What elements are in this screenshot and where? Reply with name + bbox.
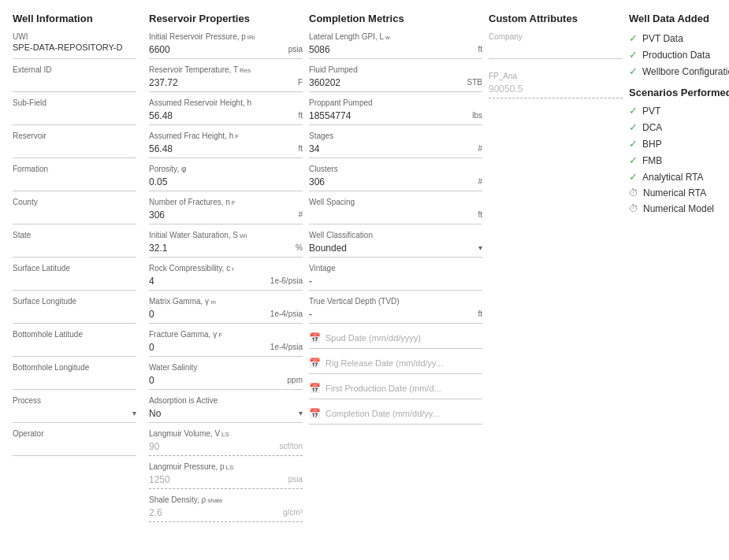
- well-spacing-unit: ft: [478, 210, 482, 219]
- bh-lon-label: Bottomhole Longitude: [13, 363, 136, 372]
- matrix-gamma-group: Matrix Gamma, γm 0 1e-4/psia: [149, 297, 303, 324]
- formation-label: Formation: [13, 165, 136, 173]
- company-group: Company: [489, 32, 623, 59]
- tvd-group: True Vertical Depth (TVD) - ft: [309, 297, 482, 324]
- reservoir-label: Reservoir: [13, 132, 136, 140]
- surface-lon-value[interactable]: [13, 306, 136, 324]
- stages-row: 34 #: [309, 141, 482, 158]
- state-group: State: [13, 231, 136, 258]
- analytical-rta-scenario-item: ✓ Analytical RTA: [629, 171, 729, 183]
- operator-group: Operator: [13, 429, 136, 456]
- operator-value[interactable]: [13, 439, 136, 456]
- numerical-rta-label: Numerical RTA: [643, 187, 706, 198]
- porosity-row: 0.05: [149, 174, 303, 191]
- process-label: Process: [13, 396, 136, 405]
- first-production-calendar-icon: 📅: [309, 383, 321, 394]
- production-data-item: ✓ Production Data: [629, 49, 729, 61]
- assumed-res-height-label: Assumed Reservoir Height, h: [149, 98, 303, 107]
- langmuir-vol-row: 90 scf/ton: [149, 439, 303, 456]
- pvt-scenario-label: PVT: [642, 106, 660, 117]
- pvt-data-label: PVT Data: [642, 33, 683, 44]
- numerical-model-clock-icon: ⏱: [629, 203, 638, 214]
- matrix-gamma-value: 0: [149, 309, 154, 320]
- fracture-gamma-unit: 1e-4/psia: [270, 343, 303, 351]
- state-value[interactable]: [13, 240, 136, 258]
- res-temp-row: 237.72 F: [149, 75, 303, 92]
- res-temp-value: 237.72: [149, 77, 178, 88]
- fracture-gamma-row: 0 1e-4/psia: [149, 339, 303, 357]
- surface-lat-value[interactable]: [13, 273, 136, 291]
- bh-lon-group: Bottomhole Longitude: [13, 363, 136, 390]
- langmuir-vol-value: 90: [149, 441, 159, 452]
- langmuir-pressure-value: 1250: [149, 474, 170, 485]
- init-water-sat-row: 32.1 %: [149, 240, 303, 258]
- well-spacing-row: ft: [309, 207, 482, 224]
- assumed-res-height-unit: ft: [298, 111, 303, 120]
- external-id-label: External ID: [13, 65, 136, 74]
- bh-lat-value[interactable]: [13, 339, 136, 357]
- completion-date-calendar-icon: 📅: [309, 408, 321, 419]
- assumed-frac-height-value: 56.48: [149, 143, 173, 154]
- tvd-label: True Vertical Depth (TVD): [309, 297, 482, 306]
- custom-attributes-section: Custom Attributes Company FP_Ana 90050.5: [489, 13, 623, 528]
- lateral-length-group: Lateral Length GPI, Lw 5086 ft: [309, 32, 482, 59]
- formation-group: Formation: [13, 165, 136, 191]
- subfield-label: Sub-Field: [13, 98, 136, 107]
- first-production-date-row[interactable]: 📅 First Production Date (mm/d...: [309, 380, 482, 399]
- bhp-scenario-check-icon: ✓: [629, 138, 638, 150]
- bh-lon-value[interactable]: [13, 373, 136, 390]
- uwi-value-row: SPE-DATA-REPOSITORY-D: [13, 42, 136, 59]
- init-water-sat-label: Initial Water Saturation, SWi: [149, 231, 303, 239]
- company-value[interactable]: [489, 42, 623, 59]
- process-select[interactable]: ▾: [13, 406, 136, 423]
- assumed-frac-height-group: Assumed Frac Height, hF 56.48 ft: [149, 132, 303, 158]
- fmb-scenario-item: ✓ FMB: [629, 154, 729, 166]
- production-data-label: Production Data: [642, 50, 710, 61]
- langmuir-vol-label: Langmuir Volume, VLS: [149, 429, 303, 438]
- uwi-value: SPE-DATA-REPOSITORY-D: [13, 43, 122, 52]
- fluid-pumped-value: 360202: [309, 77, 340, 88]
- water-salinity-value: 0: [149, 375, 154, 386]
- rock-compress-label: Rock Compressibility, cr: [149, 264, 303, 273]
- well-spacing-label: Well Spacing: [309, 198, 482, 206]
- well-classification-select[interactable]: Bounded ▾: [309, 240, 482, 258]
- porosity-label: Porosity, φ: [149, 165, 303, 173]
- init-water-sat-group: Initial Water Saturation, SWi 32.1 %: [149, 231, 303, 258]
- well-classification-group: Well Classification Bounded ▾: [309, 231, 482, 258]
- init-water-sat-unit: %: [296, 243, 303, 252]
- vintage-row: -: [309, 273, 482, 291]
- well-data-added-title: Well Data Added: [629, 13, 729, 24]
- fluid-pumped-label: Fluid Pumped: [309, 65, 482, 74]
- process-dropdown-arrow: ▾: [132, 409, 136, 417]
- init-res-pressure-row: 6600 psia: [149, 42, 303, 59]
- analytical-rta-label: Analytical RTA: [642, 172, 704, 183]
- adsorption-dropdown-arrow: ▾: [299, 409, 303, 417]
- completion-metrics-section: Completion Metrics Lateral Length GPI, L…: [309, 13, 482, 528]
- porosity-group: Porosity, φ 0.05: [149, 165, 303, 191]
- shale-density-group: Shale Density, ρshale 2.6 g/cm³: [149, 495, 303, 522]
- adsorption-select[interactable]: No ▾: [149, 406, 303, 423]
- proppant-pumped-unit: lbs: [472, 111, 482, 120]
- spud-date-row[interactable]: 📅 Spud Date (mm/dd/yyyy): [309, 330, 482, 349]
- county-value[interactable]: [13, 207, 136, 224]
- uwi-group: UWI SPE-DATA-REPOSITORY-D: [13, 32, 136, 59]
- rock-compress-value: 4: [149, 276, 154, 287]
- subfield-value[interactable]: [13, 108, 136, 125]
- lateral-length-value: 5086: [309, 44, 330, 55]
- assumed-frac-height-row: 56.48 ft: [149, 141, 303, 158]
- fracture-gamma-value: 0: [149, 342, 154, 353]
- num-fractures-value: 306: [149, 210, 165, 221]
- pvt-scenario-check-icon: ✓: [629, 105, 638, 117]
- matrix-gamma-unit: 1e-4/psia: [270, 310, 303, 318]
- pvt-data-check-icon: ✓: [629, 32, 638, 44]
- fluid-pumped-unit: STB: [467, 78, 482, 87]
- external-id-value[interactable]: [13, 75, 136, 92]
- state-label: State: [13, 231, 136, 239]
- bh-lat-group: Bottomhole Latitude: [13, 330, 136, 357]
- reservoir-value[interactable]: [13, 141, 136, 158]
- formation-value[interactable]: [13, 174, 136, 191]
- rig-release-date-row[interactable]: 📅 Rig Release Date (mm/dd/yy...: [309, 355, 482, 374]
- rock-compress-group: Rock Compressibility, cr 4 1e-6/psia: [149, 264, 303, 291]
- completion-date-row[interactable]: 📅 Completion Date (mm/dd/yy...: [309, 406, 482, 425]
- external-id-group: External ID: [13, 65, 136, 92]
